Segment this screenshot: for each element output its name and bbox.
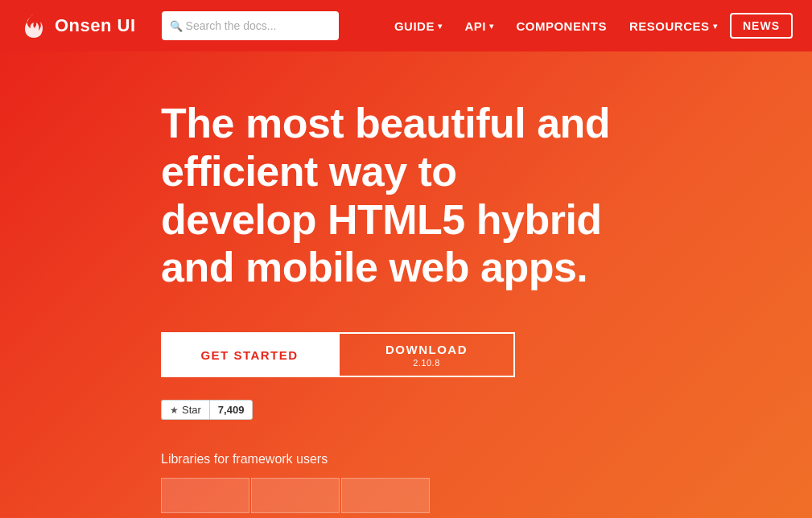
github-star-widget: ★ Star 7,409	[161, 400, 812, 420]
hero-buttons: GET STARTED DOWNLOAD 2.10.8	[161, 332, 812, 377]
header: Onsen UI 🔍 GUIDE ▾ API ▾ COMPONENTS RESO…	[0, 0, 812, 51]
search-input[interactable]	[162, 11, 339, 40]
api-arrow-icon: ▾	[489, 22, 494, 31]
nav-resources[interactable]: RESOURCES ▾	[620, 13, 727, 39]
search-wrapper: 🔍	[162, 11, 339, 40]
library-cards	[161, 478, 812, 513]
nav-api[interactable]: API ▾	[455, 13, 503, 39]
logo[interactable]: Onsen UI	[19, 11, 136, 40]
nav-guide[interactable]: GUIDE ▾	[385, 13, 452, 39]
news-button[interactable]: NEWS	[730, 13, 793, 39]
logo-icon	[19, 11, 48, 40]
hero-title: The most beautiful and efficient way to …	[161, 100, 612, 292]
search-icon: 🔍	[170, 20, 183, 32]
library-card-2[interactable]	[251, 478, 340, 513]
download-version: 2.10.8	[413, 358, 440, 368]
library-card-1[interactable]	[161, 478, 249, 513]
get-started-button[interactable]: GET STARTED	[161, 332, 338, 377]
guide-arrow-icon: ▾	[438, 22, 443, 31]
logo-text: Onsen UI	[55, 15, 136, 36]
library-card-3[interactable]	[341, 478, 430, 513]
star-icon: ★	[170, 405, 179, 416]
star-label: Star	[182, 404, 201, 416]
libraries-section: Libraries for framework users	[161, 452, 812, 513]
resources-arrow-icon: ▾	[713, 22, 718, 31]
download-button[interactable]: DOWNLOAD 2.10.8	[338, 332, 515, 377]
star-button[interactable]: ★ Star	[161, 400, 209, 420]
download-label: DOWNLOAD	[385, 343, 468, 356]
hero-section: The most beautiful and efficient way to …	[0, 51, 812, 518]
main-nav: GUIDE ▾ API ▾ COMPONENTS RESOURCES ▾ NEW…	[385, 13, 793, 39]
star-count[interactable]: 7,409	[209, 400, 253, 420]
libraries-label: Libraries for framework users	[161, 452, 812, 467]
nav-components[interactable]: COMPONENTS	[506, 13, 616, 39]
